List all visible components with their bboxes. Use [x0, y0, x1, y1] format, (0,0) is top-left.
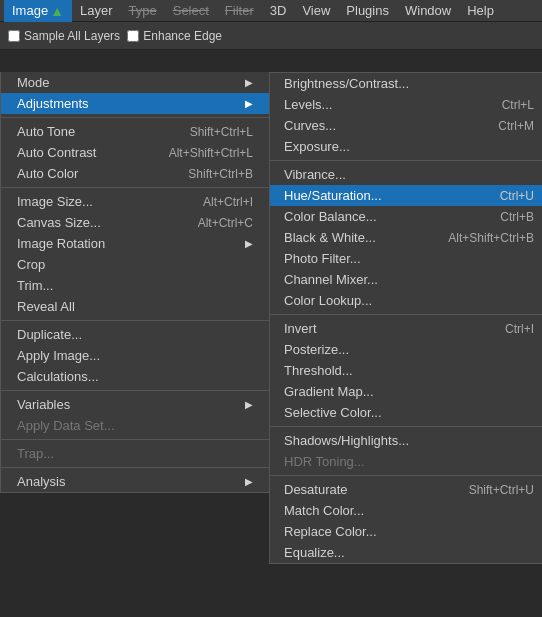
menubar-item-image[interactable]: Image ▲ [4, 0, 72, 22]
enhance-edge-checkbox[interactable]: Enhance Edge [127, 29, 222, 43]
right-menu-item-replace-color-[interactable]: Replace Color... [270, 521, 542, 542]
right-menu-item-vibrance-[interactable]: Vibrance... [270, 164, 542, 185]
menu-separator [270, 314, 542, 315]
right-menu-item-levels-[interactable]: Levels...Ctrl+L [270, 94, 542, 115]
left-menu-item-image-size-[interactable]: Image Size...Alt+Ctrl+I [1, 191, 269, 212]
menubar-item-type[interactable]: Type [121, 0, 165, 22]
menubar-item-filter[interactable]: Filter [217, 0, 262, 22]
menubar-item-help[interactable]: Help [459, 0, 502, 22]
menubar-item-select[interactable]: Select [165, 0, 217, 22]
right-menu-item-photo-filter-[interactable]: Photo Filter... [270, 248, 542, 269]
right-menu-item-equalize-[interactable]: Equalize... [270, 542, 542, 563]
left-menu-item-calculations-[interactable]: Calculations... [1, 366, 269, 387]
menubar-item-plugins[interactable]: Plugins [338, 0, 397, 22]
right-menu-item-hue-saturation-[interactable]: Hue/Saturation...Ctrl+U [270, 185, 542, 206]
menu-separator [270, 426, 542, 427]
arrow-indicator: ▲ [50, 3, 64, 19]
left-menu-item-apply-data-set-: Apply Data Set... [1, 415, 269, 436]
sample-all-layers-input[interactable] [8, 30, 20, 42]
menu-separator [1, 467, 269, 468]
right-menu-item-shadows-highlights-[interactable]: Shadows/Highlights... [270, 430, 542, 451]
menu-separator [1, 390, 269, 391]
left-menu-item-apply-image-[interactable]: Apply Image... [1, 345, 269, 366]
menu-separator [270, 475, 542, 476]
left-menu-item-reveal-all[interactable]: Reveal All [1, 296, 269, 317]
right-menu-item-color-lookup-[interactable]: Color Lookup... [270, 290, 542, 311]
submenu-arrow: ▶ [245, 98, 253, 109]
menubar: Image ▲ Layer Type Select Filter 3D View… [0, 0, 542, 22]
right-menu-item-brightness-contrast-[interactable]: Brightness/Contrast... [270, 73, 542, 94]
right-menu-item-hdr-toning-: HDR Toning... [270, 451, 542, 472]
right-menu-item-channel-mixer-[interactable]: Channel Mixer... [270, 269, 542, 290]
left-menu-item-duplicate-[interactable]: Duplicate... [1, 324, 269, 345]
right-menu-item-desaturate[interactable]: DesaturateShift+Ctrl+U [270, 479, 542, 500]
submenu-arrow: ▶ [245, 77, 253, 88]
menu-separator [1, 320, 269, 321]
left-menu-item-trim-[interactable]: Trim... [1, 275, 269, 296]
enhance-edge-input[interactable] [127, 30, 139, 42]
submenu-arrow: ▶ [245, 476, 253, 487]
left-menu-item-canvas-size-[interactable]: Canvas Size...Alt+Ctrl+C [1, 212, 269, 233]
left-menu-item-adjustments[interactable]: Adjustments▶ [1, 93, 269, 114]
right-menu-item-posterize-[interactable]: Posterize... [270, 339, 542, 360]
menu-separator [1, 187, 269, 188]
right-menu-item-gradient-map-[interactable]: Gradient Map... [270, 381, 542, 402]
right-menu-item-invert[interactable]: InvertCtrl+I [270, 318, 542, 339]
menubar-item-layer[interactable]: Layer [72, 0, 121, 22]
menu-separator [1, 117, 269, 118]
left-menu: Mode▶Adjustments▶Auto ToneShift+Ctrl+LAu… [0, 72, 270, 493]
topbar: Sample All Layers Enhance Edge [0, 22, 542, 50]
right-menu-item-selective-color-[interactable]: Selective Color... [270, 402, 542, 423]
submenu-arrow: ▶ [245, 238, 253, 249]
left-menu-item-crop[interactable]: Crop [1, 254, 269, 275]
menubar-item-3d[interactable]: 3D [262, 0, 295, 22]
menubar-item-window[interactable]: Window [397, 0, 459, 22]
left-menu-item-auto-tone[interactable]: Auto ToneShift+Ctrl+L [1, 121, 269, 142]
sample-all-layers-checkbox[interactable]: Sample All Layers [8, 29, 120, 43]
left-menu-item-analysis[interactable]: Analysis▶ [1, 471, 269, 492]
left-menu-item-image-rotation[interactable]: Image Rotation▶ [1, 233, 269, 254]
right-menu-item-black-white-[interactable]: Black & White...Alt+Shift+Ctrl+B [270, 227, 542, 248]
menu-separator [270, 160, 542, 161]
left-menu-item-mode[interactable]: Mode▶ [1, 72, 269, 93]
right-menu: Brightness/Contrast...Levels...Ctrl+LCur… [269, 72, 542, 564]
menubar-item-view[interactable]: View [294, 0, 338, 22]
left-menu-item-variables[interactable]: Variables▶ [1, 394, 269, 415]
submenu-arrow: ▶ [245, 399, 253, 410]
right-menu-item-match-color-[interactable]: Match Color... [270, 500, 542, 521]
left-menu-item-trap-: Trap... [1, 443, 269, 464]
right-menu-item-curves-[interactable]: Curves...Ctrl+M [270, 115, 542, 136]
left-menu-item-auto-color[interactable]: Auto ColorShift+Ctrl+B [1, 163, 269, 184]
right-menu-item-exposure-[interactable]: Exposure... [270, 136, 542, 157]
left-menu-item-auto-contrast[interactable]: Auto ContrastAlt+Shift+Ctrl+L [1, 142, 269, 163]
right-menu-item-color-balance-[interactable]: Color Balance...Ctrl+B [270, 206, 542, 227]
menu-separator [1, 439, 269, 440]
right-menu-item-threshold-[interactable]: Threshold... [270, 360, 542, 381]
